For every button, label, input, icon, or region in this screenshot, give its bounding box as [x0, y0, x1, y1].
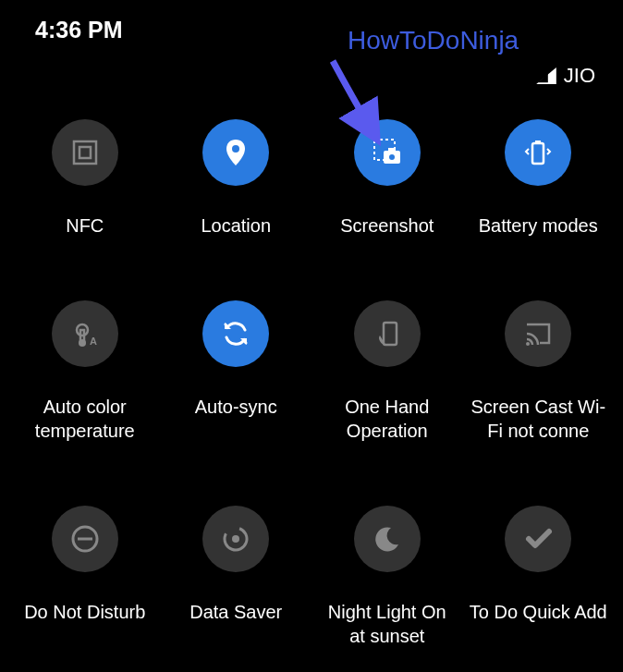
tile-label: Night Light On at sunset — [318, 600, 457, 648]
tile-label: Location — [201, 214, 271, 238]
tile-label: Data Saver — [189, 600, 282, 624]
tile-night-light[interactable]: Night Light On at sunset — [312, 506, 463, 648]
tile-screen-cast[interactable]: Screen Cast Wi-Fi not conne — [463, 300, 615, 443]
svg-point-21 — [232, 535, 239, 543]
tile-location[interactable]: Location — [161, 119, 312, 238]
svg-point-3 — [232, 145, 239, 153]
tile-data-saver[interactable]: Data Saver — [161, 506, 312, 648]
watermark-text: HowToDoNinja — [348, 26, 519, 55]
tile-nfc[interactable]: NFC — [9, 119, 161, 238]
tile-label: To Do Quick Add — [470, 600, 607, 624]
svg-rect-8 — [532, 143, 544, 164]
svg-rect-2 — [79, 147, 91, 158]
status-time: 4:36 PM — [35, 17, 122, 43]
nfc-icon — [52, 119, 118, 186]
svg-text:A: A — [90, 336, 97, 347]
datasaver-icon — [202, 506, 269, 572]
carrier-row: JIO — [0, 51, 623, 93]
svg-point-6 — [389, 154, 395, 160]
tile-label: NFC — [66, 214, 104, 238]
sync-icon — [202, 300, 269, 367]
autocolor-icon: A — [52, 300, 118, 367]
location-icon — [202, 119, 269, 186]
svg-point-12 — [79, 339, 86, 347]
tile-label: Screenshot — [340, 214, 434, 238]
tile-auto-sync[interactable]: Auto-sync — [161, 300, 312, 443]
nightlight-icon — [354, 506, 421, 572]
todo-icon — [505, 506, 571, 572]
tile-label: Auto-sync — [195, 395, 277, 419]
screenshot-icon — [354, 119, 421, 186]
svg-rect-16 — [384, 323, 397, 345]
quick-settings-grid: NFC Location Screenshot — [0, 93, 623, 648]
tile-screenshot[interactable]: Screenshot — [312, 119, 463, 238]
tile-label: Battery modes — [479, 214, 598, 238]
svg-rect-1 — [74, 141, 96, 164]
tile-todo-quick-add[interactable]: To Do Quick Add — [463, 506, 615, 648]
svg-rect-7 — [388, 148, 396, 152]
dnd-icon — [52, 506, 118, 572]
tile-one-hand[interactable]: One Hand Operation — [312, 300, 463, 443]
tile-do-not-disturb[interactable]: Do Not Disturb — [9, 506, 161, 648]
onehand-icon — [354, 300, 421, 367]
cast-icon — [505, 300, 571, 367]
tile-label: Screen Cast Wi-Fi not conne — [469, 395, 607, 443]
tile-label: Do Not Disturb — [24, 600, 145, 624]
svg-point-17 — [526, 342, 530, 346]
carrier-label: JIO — [564, 64, 595, 88]
tile-label: One Hand Operation — [318, 395, 457, 443]
signal-icon — [536, 67, 556, 84]
tile-label: Auto color temperature — [16, 395, 154, 443]
svg-rect-9 — [535, 141, 541, 143]
battery-icon — [505, 119, 571, 186]
tile-auto-color-temp[interactable]: A Auto color temperature — [9, 300, 161, 443]
status-bar: 4:36 PM — [0, 0, 623, 51]
tile-battery-modes[interactable]: Battery modes — [463, 119, 615, 238]
